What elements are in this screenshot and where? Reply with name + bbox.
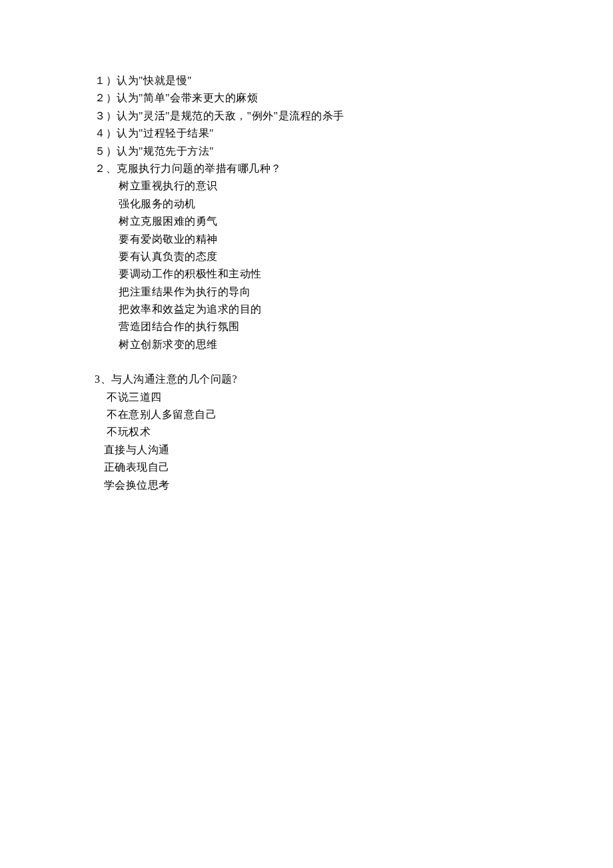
answer-2-2: 强化服务的动机: [95, 195, 613, 213]
section-gap: [95, 353, 613, 371]
answer-2-3: 树立克服困难的勇气: [95, 213, 613, 230]
answer-3-4: 直接与人沟通: [95, 441, 613, 459]
question-3: 3、与人沟通注意的几个问题?: [95, 371, 613, 388]
answer-2-4: 要有爱岗敬业的精神: [95, 231, 613, 248]
answer-3-2: 不在意别人多留意自己: [95, 406, 613, 423]
answer-2-9: 营造团结合作的执行氛围: [95, 318, 613, 335]
list-item-1: １）认为"快就是慢": [95, 72, 613, 89]
answer-3-3: 不玩权术: [95, 423, 613, 441]
question-2: ２、克服执行力问题的举措有哪几种？: [95, 160, 613, 177]
answer-2-5: 要有认真负责的态度: [95, 248, 613, 265]
answer-3-5: 正确表现自己: [95, 459, 613, 476]
answer-2-1: 树立重视执行的意识: [95, 177, 613, 195]
answer-2-10: 树立创新求变的思维: [95, 336, 613, 353]
list-item-3: ３）认为"灵活"是规范的天敌，"例外"是流程的杀手: [95, 107, 613, 125]
answer-2-6: 要调动工作的积极性和主动性: [95, 265, 613, 283]
list-item-4: ４）认为"过程轻于结果": [95, 125, 613, 142]
answer-2-8: 把效率和效益定为追求的目的: [95, 301, 613, 318]
answer-3-1: 不说三道四: [95, 389, 613, 406]
answer-2-7: 把注重结果作为执行的导向: [95, 283, 613, 301]
list-item-2: ２）认为"简单"会带来更大的麻烦: [95, 89, 613, 107]
answer-3-6: 学会换位思考: [95, 477, 613, 494]
list-item-5: ５）认为"规范先于方法": [95, 143, 613, 160]
